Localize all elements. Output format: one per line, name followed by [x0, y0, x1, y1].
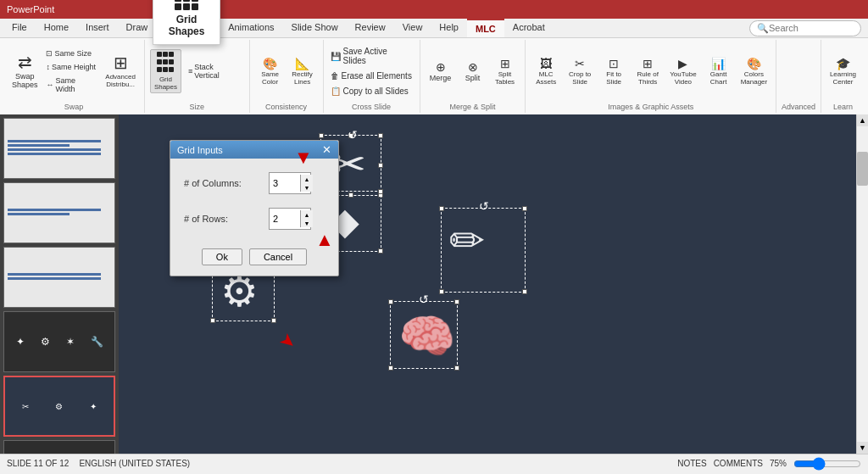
- erase-icon: 🗑: [331, 71, 339, 81]
- ribbon-group-size: GridShapes ≡ Stack Vertical Size: [145, 40, 250, 113]
- cancel-button[interactable]: Cancel: [249, 248, 307, 265]
- same-size-btn[interactable]: ⊡ Same Size: [42, 47, 100, 59]
- right-scrollbar[interactable]: ▲ ▼: [856, 114, 868, 454]
- erase-all-elements-btn[interactable]: 🗑 Erase all Elements: [327, 70, 415, 82]
- columns-spinner: ▲ ▼: [300, 175, 313, 192]
- tab-home[interactable]: Home: [36, 19, 77, 37]
- slide-thumb-12[interactable]: 👤: [3, 440, 115, 454]
- same-width-btn[interactable]: ↔ Same Width: [42, 75, 100, 95]
- language-info: ENGLISH (UNITED STATES): [79, 459, 190, 468]
- zoom-level: 75%: [770, 459, 787, 468]
- stack-vertical-btn[interactable]: ≡ Stack Vertical: [185, 61, 244, 81]
- rows-label: # of Rows:: [184, 214, 269, 224]
- rows-input[interactable]: 2: [273, 214, 300, 224]
- tab-acrobat[interactable]: Acrobat: [504, 19, 554, 37]
- learning-center-btn[interactable]: 🎓 LearningCenter: [826, 56, 860, 87]
- columns-input-wrapper: 3 ▲ ▼: [269, 172, 311, 194]
- dialog-titlebar: Grid Inputs ✕: [170, 141, 338, 159]
- stack-vertical-icon: ≡: [188, 67, 192, 75]
- slide-item-11[interactable]: 11 ✂ ⚙ ✦: [3, 376, 115, 437]
- canvas-area: ✂ ↺ ◆ ⚙ ↺: [119, 114, 856, 454]
- same-height-btn[interactable]: ↕ Same Height: [42, 61, 100, 73]
- slide-item-12[interactable]: 12 👤: [3, 440, 115, 454]
- ribbon-group-consistency: 🎨 SameColor 📐 RectifyLines Consistency: [250, 40, 324, 113]
- ribbon-search-box[interactable]: 🔍: [749, 20, 861, 36]
- mlc-assets-btn[interactable]: 🖼 MLCAssets: [531, 56, 561, 87]
- slide-thumb-10[interactable]: ✦ ⚙ ✶ 🔧: [3, 311, 115, 372]
- columns-input[interactable]: 3: [273, 178, 300, 188]
- colors-manager-btn[interactable]: 🎨 ColorsManager: [737, 56, 771, 87]
- comments-btn[interactable]: COMMENTS: [714, 459, 763, 468]
- tab-review[interactable]: Review: [347, 19, 394, 37]
- tab-slideshow[interactable]: Slide Show: [283, 19, 347, 37]
- status-right: NOTES COMMENTS 75%: [677, 457, 861, 471]
- handle-tl4: [439, 206, 444, 211]
- crop-to-slide-btn[interactable]: ✂ Crop toSlide: [565, 56, 595, 87]
- zoom-slider[interactable]: [793, 457, 861, 471]
- copy-to-all-slides-btn[interactable]: 📋 Copy to all Slides: [327, 85, 412, 98]
- save-active-slides-btn[interactable]: 💾 Save Active Slides: [327, 45, 416, 67]
- cross-slide-group-label: Cross Slide: [327, 101, 416, 111]
- swap-shapes-btn[interactable]: ⇄ SwapShapes: [8, 52, 41, 91]
- scroll-up-btn[interactable]: ▲: [857, 114, 868, 126]
- merge-btn[interactable]: ⊕ Merge: [426, 59, 456, 84]
- columns-up-btn[interactable]: ▲: [301, 175, 313, 183]
- handle-tl5: [388, 299, 393, 304]
- notes-btn[interactable]: NOTES: [677, 459, 706, 468]
- scroll-down-btn[interactable]: ▼: [857, 442, 868, 454]
- slide-thumb-7[interactable]: [3, 118, 115, 179]
- columns-down-btn[interactable]: ▼: [301, 183, 313, 192]
- gantt-icon: 📊: [711, 58, 726, 70]
- grid-shapes-highlight: Grid Shapes: [153, 0, 220, 45]
- thirds-icon: ⊞: [643, 58, 653, 70]
- handle-tr5: [454, 299, 459, 304]
- ribbon-group-merge-split: ⊕ Merge ⊗ Split ⊞ SplitTables Merge & Sp…: [420, 40, 526, 113]
- ok-button[interactable]: Ok: [202, 248, 242, 265]
- tab-mlc[interactable]: MLC: [467, 19, 504, 37]
- rotate-handle-pencil: ↺: [479, 199, 489, 213]
- same-color-btn[interactable]: 🎨 SameColor: [255, 56, 286, 87]
- slide-item-8[interactable]: 8: [3, 182, 115, 243]
- tab-view[interactable]: View: [394, 19, 431, 37]
- rectify-lines-btn[interactable]: 📐 RectifyLines: [287, 56, 318, 87]
- rotate-handle-brain: ↺: [419, 293, 429, 306]
- rule-of-thirds-btn[interactable]: ⊞ Rule ofThirds: [632, 56, 663, 87]
- learning-icon: 🎓: [836, 58, 850, 70]
- ribbon-group-advanced: Advanced: [776, 40, 821, 113]
- tab-draw[interactable]: Draw: [118, 19, 157, 37]
- slide-item-9[interactable]: 9: [3, 247, 115, 308]
- tab-insert[interactable]: Insert: [77, 19, 118, 37]
- rows-up-btn[interactable]: ▲: [301, 210, 313, 219]
- size-group-label: Size: [190, 101, 205, 111]
- fit-to-slide-btn[interactable]: ⊡ Fit toSlide: [598, 56, 629, 87]
- tab-file[interactable]: File: [3, 19, 36, 37]
- tab-animations[interactable]: Animations: [220, 19, 282, 37]
- scroll-thumb[interactable]: [857, 152, 868, 186]
- split-tables-btn[interactable]: ⊞ SplitTables: [490, 56, 520, 87]
- handle-tr2: [378, 189, 383, 194]
- fit-icon: ⊡: [609, 58, 619, 70]
- handle-tr4: [522, 206, 527, 211]
- search-input[interactable]: [769, 23, 854, 33]
- gantt-chart-btn[interactable]: 📊 GanttChart: [704, 56, 734, 87]
- same-color-icon: 🎨: [263, 58, 277, 70]
- ribbon-group-cross-slide: 💾 Save Active Slides 🗑 Erase all Element…: [324, 40, 420, 113]
- grid-shapes-btn[interactable]: GridShapes: [150, 49, 181, 93]
- advanced-distribute-btn[interactable]: ⊞ AdvancedDistribu...: [102, 53, 139, 90]
- slide-thumb-9[interactable]: [3, 247, 115, 308]
- dialog-close-button[interactable]: ✕: [322, 144, 331, 155]
- slide-thumb-8[interactable]: [3, 182, 115, 243]
- save-active-icon: 💾: [331, 52, 341, 61]
- swap-shapes-label: SwapShapes: [12, 72, 38, 89]
- colors-icon: 🎨: [747, 58, 761, 70]
- slide-item-10[interactable]: 10 ✦ ⚙ ✶ 🔧: [3, 311, 115, 372]
- split-btn[interactable]: ⊗ Split: [458, 59, 488, 84]
- rows-down-btn[interactable]: ▼: [301, 219, 313, 227]
- tab-help[interactable]: Help: [431, 19, 467, 37]
- slide-thumb-11[interactable]: ✂ ⚙ ✦: [3, 376, 115, 437]
- youtube-video-btn[interactable]: ▶ YouTubeVideo: [666, 56, 699, 87]
- selection-brain: [390, 301, 458, 369]
- handle-bl4: [439, 289, 444, 294]
- slide-item-7[interactable]: 7: [3, 118, 115, 179]
- arrow-columns: ▼: [294, 147, 313, 169]
